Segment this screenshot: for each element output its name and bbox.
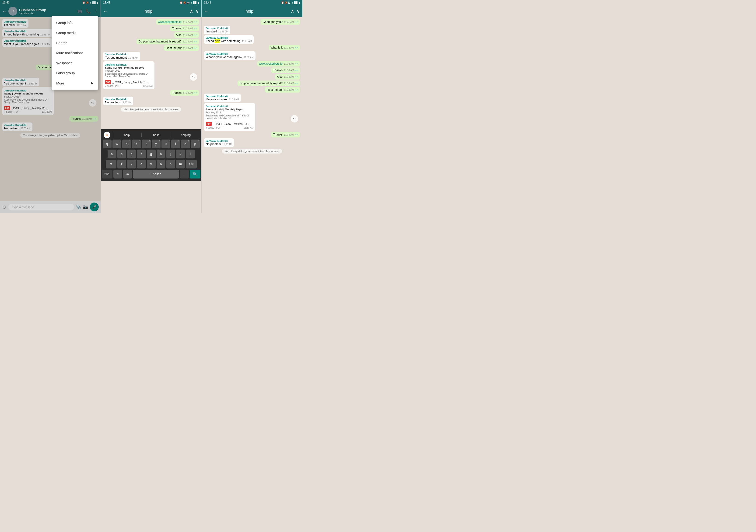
menu-item-label-group[interactable]: Label group: [52, 68, 98, 78]
search-up-icon[interactable]: ∧: [190, 9, 193, 14]
table-row: Jaroslav Kudritski I need help with some…: [204, 35, 300, 44]
key-d[interactable]: d: [127, 149, 136, 158]
chat-messages-2: www.rocketbots.io 11:32 AM ✓✓ Thanks 11:…: [101, 17, 202, 129]
keyboard-row-3: ⇧ z x c v b n m ⌫: [102, 160, 201, 169]
menu-label-search: Search: [56, 41, 68, 45]
menu-item-more[interactable]: More ▶: [52, 78, 98, 88]
table-row: Thanks 11:33 AM ✓✓: [204, 132, 300, 137]
menu-item-group-info[interactable]: Group info: [52, 18, 98, 28]
search-query-3[interactable]: help: [210, 9, 289, 14]
key-r[interactable]: r4: [132, 140, 141, 148]
key-m[interactable]: m: [176, 160, 185, 169]
bubble: Do you have that monthly report? 11:33 A…: [237, 81, 300, 86]
menu-label-group-info: Group info: [56, 21, 72, 25]
alarm-icon-2: ⏰: [180, 1, 182, 4]
key-z[interactable]: z: [117, 160, 126, 169]
panel-1: 11:40 ⏰ 🔕 ▲ ▊▊ ▮ ← B Business Group Jaro…: [0, 0, 101, 213]
table-row: Also 11:33 AM ✓✓: [103, 32, 199, 38]
bubble: Good and you? 11:31 AM ✓✓: [261, 19, 300, 25]
key-n[interactable]: n: [166, 160, 175, 169]
menu-label-more: More: [56, 81, 64, 85]
key-c[interactable]: c: [137, 160, 146, 169]
bubble: Thanks 11:33 AM ✓✓: [271, 132, 300, 137]
key-x[interactable]: x: [127, 160, 136, 169]
google-logo: G: [104, 132, 110, 138]
backspace-key[interactable]: ⌫: [186, 160, 197, 169]
bubble: I lost the pdf 11:33 AM ✓✓: [164, 45, 199, 51]
search-header-3: ← help ∧ ∨: [202, 5, 302, 17]
table-row: Jaroslav Kudritski No problem 11:33 AM: [204, 138, 300, 147]
bubble: Jaroslav Kudritski No problem 11:33 AM: [103, 96, 133, 105]
key-p[interactable]: p0: [191, 140, 200, 148]
status-bar-2: 11:41 ⏰ 🔕 📷 ▲ ▊▊ ▮: [101, 0, 202, 5]
bubble: Jaroslav Kudritski What is your website …: [204, 51, 256, 60]
suggestion-hello[interactable]: hello: [142, 133, 171, 137]
search-header-2: ← help ∧ ∨: [101, 5, 202, 17]
key-u[interactable]: u7: [161, 140, 170, 148]
search-up-icon-3[interactable]: ∧: [291, 9, 294, 14]
table-row: Thanks 11:33 AM ✓✓: [204, 67, 300, 73]
bubble: I lost the pdf 11:33 AM ✓✓: [265, 87, 300, 93]
status-icons-3: ⏰ 🔕 🖼 ▲ ▊▊ ▮: [281, 1, 300, 4]
back-button-3[interactable]: ←: [204, 9, 208, 14]
table-row: Do you have that monthly report? 11:33 A…: [103, 39, 199, 44]
emoji-key[interactable]: ☺: [113, 170, 122, 178]
bubble: Also 11:33 AM ✓✓: [174, 32, 199, 38]
key-f[interactable]: f: [137, 149, 146, 158]
numbers-key[interactable]: ?123: [102, 170, 113, 178]
globe-key[interactable]: ⊕: [123, 170, 132, 178]
period-key[interactable]: .: [180, 170, 189, 178]
back-button-2[interactable]: ←: [103, 9, 107, 14]
bubble: Thanks 11:33 AM ✓✓: [170, 26, 199, 31]
time-2: 11:41: [103, 1, 110, 4]
shift-key[interactable]: ⇧: [106, 160, 117, 169]
suggestion-help[interactable]: help: [112, 133, 142, 137]
bubble: Jaroslav Kudritski No problem 11:33 AM: [204, 138, 234, 147]
search-key[interactable]: 🔍: [190, 170, 201, 178]
key-o[interactable]: o9: [181, 140, 190, 148]
key-q[interactable]: q1: [103, 140, 112, 148]
key-a[interactable]: a: [108, 149, 117, 158]
menu-item-search[interactable]: Search: [52, 38, 98, 48]
key-s[interactable]: s: [117, 149, 126, 158]
key-v[interactable]: v: [147, 160, 156, 169]
key-k[interactable]: k: [176, 149, 185, 158]
key-b[interactable]: b: [156, 160, 165, 169]
suggestion-helping[interactable]: helping: [171, 133, 201, 137]
menu-item-group-media[interactable]: Group media: [52, 28, 98, 38]
key-g[interactable]: g: [147, 149, 156, 158]
table-row: Jaroslav Kudritski Yes one moment 11:33 …: [103, 52, 199, 61]
bubble: Also 11:33 AM ✓✓: [275, 74, 300, 80]
key-h[interactable]: h: [156, 149, 165, 158]
key-e[interactable]: e3: [122, 140, 131, 148]
search-query-2[interactable]: help: [109, 9, 188, 14]
bubble: Thanks 11:33 AM ✓✓: [170, 90, 199, 96]
keyboard-suggestions: G help hello helping: [102, 131, 201, 140]
wifi-icon-3: ▲: [291, 1, 293, 4]
table-row: Jaroslav Kudritski I'm swell 11:31 AM: [204, 26, 300, 34]
key-j[interactable]: j: [166, 149, 175, 158]
keyboard-row-1: q1 w2 e3 r4 t5 y6 u7 i8 o9 p0: [102, 140, 201, 148]
bubble: Jaroslav Kudritski I need help with some…: [204, 35, 254, 44]
wifi-icon-2: ▲: [190, 1, 193, 4]
forward-button-3[interactable]: ↪: [291, 115, 298, 122]
forward-button-2[interactable]: ↪: [190, 73, 197, 81]
menu-item-wallpaper[interactable]: Wallpaper: [52, 58, 98, 68]
key-i[interactable]: i8: [171, 140, 180, 148]
key-y[interactable]: y6: [152, 140, 161, 148]
table-row: Thanks 11:33 AM ✓✓: [103, 90, 199, 96]
space-key[interactable]: English: [133, 170, 179, 178]
key-w[interactable]: w2: [113, 140, 121, 148]
table-row: I lost the pdf 11:33 AM ✓✓: [103, 45, 199, 51]
key-t[interactable]: t5: [142, 140, 151, 148]
menu-item-mute[interactable]: Mute notifications: [52, 48, 98, 58]
battery-icon-3: ▮: [299, 1, 300, 4]
table-row: Jaroslav Kudritski Samy | LVMH | Monthly…: [204, 103, 300, 131]
search-down-icon[interactable]: ∨: [196, 9, 199, 14]
key-l[interactable]: l: [186, 149, 195, 158]
search-down-icon-3[interactable]: ∨: [297, 9, 300, 14]
keyboard-row-4: ?123 ☺ ⊕ English . 🔍: [102, 170, 201, 178]
highlight-word: help: [215, 40, 220, 43]
pdf-icon-3: PDF: [206, 122, 212, 126]
status-bar-3: 11:41 ⏰ 🔕 🖼 ▲ ▊▊ ▮: [202, 0, 302, 5]
